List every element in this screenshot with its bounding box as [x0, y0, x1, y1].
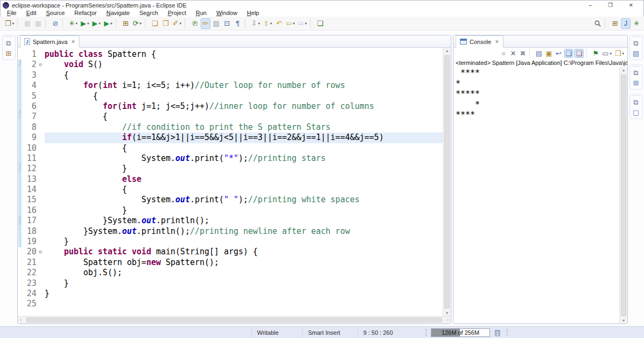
menu-window[interactable]: Window	[211, 10, 242, 16]
code-line[interactable]: 5 {	[22, 91, 443, 101]
dropdown-arrow-icon[interactable]: ▾	[99, 18, 101, 29]
remove-launch-icon[interactable]: ✕	[509, 49, 517, 58]
clear-console-icon[interactable]: ▤	[535, 49, 543, 58]
scroll-up-icon[interactable]: ▲	[443, 49, 451, 53]
plugin-search-icon[interactable]: ℗	[190, 18, 200, 29]
dropdown-arrow-icon[interactable]: ▾	[12, 18, 14, 29]
scroll-right-icon[interactable]: ›	[447, 317, 449, 324]
code-line[interactable]: 16 }	[22, 205, 443, 216]
fold-collapse-icon[interactable]: ⊖	[36, 60, 45, 70]
menu-refactor[interactable]: Refactor	[70, 10, 102, 16]
dropdown-arrow-icon[interactable]: ▾	[111, 18, 113, 29]
mark-occurrences-icon[interactable]: ✏	[201, 18, 210, 29]
restore-view-icon[interactable]: ⧉	[632, 39, 640, 48]
scroll-lock-icon[interactable]: ▣	[544, 49, 553, 58]
code-line[interactable]: 12 }	[22, 164, 443, 174]
wand-icon[interactable]: ✐▾	[172, 18, 182, 29]
dropdown-arrow-icon[interactable]: ▾	[293, 18, 295, 29]
scroll-up-icon[interactable]: ▲	[620, 68, 627, 72]
dropdown-arrow-icon[interactable]: ▾	[76, 18, 78, 29]
word-wrap-icon[interactable]: ↩	[554, 49, 563, 58]
package-explorer-icon[interactable]: ⊞	[4, 49, 13, 58]
remove-all-launches-icon[interactable]: ✖	[518, 49, 527, 58]
code-line[interactable]: 22 obj.S();	[22, 268, 443, 278]
code-line[interactable]: 14 {	[22, 185, 443, 195]
code-line[interactable]: 18 }System.out.println();//printing newl…	[22, 226, 443, 237]
code-line[interactable]: 6 for(int j=1; j<=5;j++)//inner loop for…	[22, 101, 443, 112]
code-line[interactable]: 23 }	[22, 278, 443, 289]
search-icon[interactable]	[593, 18, 603, 29]
maximize-button[interactable]: ❐	[608, 2, 613, 9]
skip-all-breakpoints-icon[interactable]: ⊘	[50, 18, 60, 29]
new-java-project-icon[interactable]: ⊞	[121, 18, 130, 29]
stack-drag-handle[interactable]	[632, 36, 640, 38]
code-line[interactable]: 8 //if condition to print the S pattern …	[22, 122, 443, 133]
fold-collapse-icon[interactable]: ⊖	[36, 247, 45, 257]
profile-icon[interactable]: ▶▾	[103, 18, 114, 29]
code-line[interactable]: 11 System.out.print("*");//printing star…	[22, 153, 443, 164]
dropdown-arrow-icon[interactable]: ▾	[270, 18, 272, 29]
scroll-down-icon[interactable]: ▼	[443, 311, 451, 315]
next-annotation-icon[interactable]: ⇩▾	[250, 18, 261, 29]
dropdown-arrow-icon[interactable]: ▾	[87, 18, 90, 29]
dropdown-arrow-icon[interactable]: ▾	[622, 48, 624, 59]
menu-navigate[interactable]: Navigate	[101, 10, 134, 16]
run-coverage-icon[interactable]: ▶▾	[91, 18, 102, 29]
code-line[interactable]: 17 }System.out.println();	[22, 216, 443, 226]
menu-file[interactable]: File	[2, 10, 21, 16]
restore-view-icon[interactable]: ⧉	[632, 69, 640, 77]
close-button[interactable]: ✕	[629, 2, 633, 9]
console-output[interactable]: ********** *****	[453, 67, 619, 324]
close-icon[interactable]: ✕	[71, 39, 76, 45]
code-line[interactable]: 21 Spattern obj=new Spattern();	[22, 258, 443, 268]
code-line[interactable]: 1public class Spattern {	[22, 49, 443, 60]
code-line[interactable]: 7 {	[22, 112, 443, 122]
dropdown-arrow-icon[interactable]: ▾	[258, 18, 260, 29]
java-perspective-icon[interactable]: J	[621, 18, 631, 29]
dropdown-arrow-icon[interactable]: ▾	[305, 18, 307, 29]
scrollbar-thumb[interactable]	[444, 55, 450, 308]
stack-drag-handle[interactable]	[5, 36, 12, 38]
editor-horizontal-scrollbar[interactable]: ‹ ›	[18, 316, 451, 324]
new-task-icon[interactable]: ▨	[211, 18, 221, 29]
menu-project[interactable]: Project	[163, 10, 191, 16]
scroll-left-icon[interactable]: ‹	[20, 317, 21, 324]
javadoc-icon[interactable]: ▢	[632, 108, 640, 117]
close-icon[interactable]: ✕	[495, 39, 499, 45]
menu-help[interactable]: Help	[242, 10, 264, 16]
code-editor[interactable]: 1public class Spattern {2⊖ void S()3 {4 …	[22, 48, 443, 316]
code-line[interactable]: 13 else	[22, 174, 443, 185]
code-line[interactable]: 19 }	[22, 237, 443, 247]
restore-view-icon[interactable]: ⧉	[632, 98, 640, 107]
code-line[interactable]: 24}	[22, 289, 443, 299]
minimize-button[interactable]: –	[589, 2, 592, 9]
stack-drag-handle[interactable]	[632, 95, 640, 97]
save-icon[interactable]: ▦	[23, 18, 32, 29]
code-line[interactable]: 2⊖ void S()	[22, 60, 443, 70]
dropdown-arrow-icon[interactable]: ▾	[140, 18, 142, 29]
pin-editor-icon[interactable]: ❏	[316, 18, 325, 29]
menu-source[interactable]: Source	[41, 10, 70, 16]
menu-search[interactable]: Search	[135, 10, 163, 16]
editor-vertical-scrollbar[interactable]: ▲ ▼	[443, 48, 451, 316]
annotation-ruler[interactable]	[18, 48, 22, 316]
import-folder-icon[interactable]: ❐	[161, 18, 171, 29]
previous-annotation-icon[interactable]: ⇧▾	[262, 18, 273, 29]
open-folder-icon[interactable]: ❏	[150, 18, 160, 29]
forward-icon[interactable]: ⇨▾	[297, 18, 308, 29]
menu-run[interactable]: Run	[191, 10, 211, 16]
build-icon[interactable]: ⟳▾	[131, 18, 142, 29]
show-whitespace-icon[interactable]: ¶	[233, 18, 243, 29]
task-list-icon[interactable]: ▤	[632, 49, 640, 58]
code-line[interactable]: 4 for(int i=1; i<=5; i++)//Outer loop fo…	[22, 80, 443, 91]
dropdown-arrow-icon[interactable]: ▾	[179, 18, 181, 29]
outline-icon[interactable]: ⊞	[632, 79, 640, 87]
code-line[interactable]: 15 System.out.print(" ");//printing whit…	[22, 195, 443, 205]
dropdown-arrow-icon[interactable]: ▾	[610, 48, 612, 59]
terminate-icon[interactable]: ■	[499, 49, 508, 58]
back-icon[interactable]: ⇦▾	[285, 18, 296, 29]
debug-perspective-icon[interactable]: ✳	[632, 18, 641, 29]
code-line[interactable]: 25	[22, 299, 443, 309]
new-wizard-icon[interactable]: ❐▾	[4, 18, 15, 29]
open-type-icon[interactable]: ⊡	[222, 18, 232, 29]
